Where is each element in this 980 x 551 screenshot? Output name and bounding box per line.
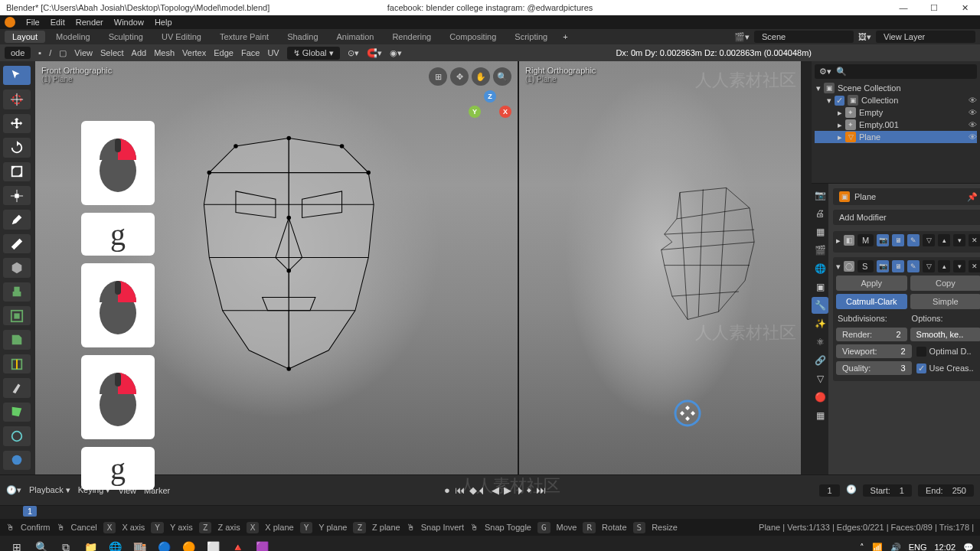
tab-shading[interactable]: Shading xyxy=(279,31,325,43)
viewport-subdiv-field[interactable]: Viewport: 2 xyxy=(836,344,912,358)
app-icon[interactable]: ⬜ xyxy=(202,536,224,551)
add-modifier-dropdown[interactable]: Add Modifier xyxy=(833,210,980,225)
tray-time[interactable]: 12:02 xyxy=(934,543,956,551)
tool-knife[interactable] xyxy=(3,378,31,397)
tab-layout[interactable]: Layout xyxy=(5,31,45,43)
mod-move-up-icon[interactable]: ▴ xyxy=(938,260,950,272)
selectmode-edge-icon[interactable]: / xyxy=(49,48,51,57)
viewlayer-icon[interactable]: 🖼▾ xyxy=(858,32,871,42)
tool-rotate[interactable] xyxy=(3,138,31,157)
scene-icon[interactable]: 🎬▾ xyxy=(734,32,750,42)
scene-name-field[interactable]: Scene xyxy=(754,31,854,43)
vp-zoom-icon[interactable]: 🔍 xyxy=(493,67,511,86)
props-tab-modifier[interactable]: 🔧 xyxy=(812,297,828,314)
disclosure-icon[interactable]: ▾ xyxy=(816,83,821,93)
tool-scale[interactable] xyxy=(3,162,31,181)
outliner-collection-row[interactable]: ▾ ✓ ▣ Collection 👁 xyxy=(815,94,977,106)
hdr-edge[interactable]: Edge xyxy=(214,48,234,57)
props-tab-texture[interactable]: ▦ xyxy=(812,407,828,424)
mod-delete-icon[interactable]: ✕ xyxy=(969,260,980,272)
tray-notifications-icon[interactable]: 💬 xyxy=(963,543,974,552)
filter-icon[interactable]: ⚙▾ xyxy=(819,67,831,77)
props-tab-scene[interactable]: 🎬 xyxy=(812,242,828,259)
visibility-icon[interactable]: 👁 xyxy=(969,120,977,129)
uv-smooth-field[interactable]: Smooth, ke.. xyxy=(910,328,980,341)
mod-show-viewport-icon[interactable]: 🖥 xyxy=(892,260,904,272)
taskview-icon[interactable]: ⧉ xyxy=(55,536,77,551)
props-tab-constraints[interactable]: 🔗 xyxy=(812,352,828,369)
optimal-display-checkbox[interactable] xyxy=(916,347,926,357)
apply-button[interactable]: Apply xyxy=(836,276,907,291)
quality-field[interactable]: Quality: 3 xyxy=(836,361,912,375)
tool-loopcut[interactable] xyxy=(3,354,31,373)
tool-bevel[interactable] xyxy=(3,330,31,349)
outliner-search[interactable]: ⚙▾ 🔍 xyxy=(815,64,977,79)
pin-icon[interactable]: 📌 xyxy=(967,192,978,202)
tool-select-box[interactable] xyxy=(3,66,31,85)
tab-uvediting[interactable]: UV Editing xyxy=(154,31,209,43)
vp-gizmo-icon[interactable]: ✥ xyxy=(450,67,469,86)
properties-breadcrumb[interactable]: ▣ Plane 📌 xyxy=(833,188,980,205)
tool-polybuild[interactable] xyxy=(3,403,31,422)
outliner-empty001-row[interactable]: ▸ ✦ Empty.001 👁 xyxy=(815,119,977,131)
outliner-empty-row[interactable]: ▸ ✦ Empty 👁 xyxy=(815,106,977,119)
mode-dropdown[interactable]: ode xyxy=(5,47,31,59)
mod-move-down-icon[interactable]: ▾ xyxy=(953,260,965,272)
snap-toggle-icon[interactable]: 🧲▾ xyxy=(367,48,382,58)
axis-z[interactable]: Z xyxy=(484,90,496,103)
tool-spin[interactable] xyxy=(3,426,31,445)
menu-edit[interactable]: Edit xyxy=(51,18,65,27)
tool-add-cube[interactable] xyxy=(3,258,31,277)
hdr-add[interactable]: Add xyxy=(132,48,147,57)
props-tab-physics[interactable]: ⚛ xyxy=(812,334,828,350)
visibility-icon[interactable]: 👁 xyxy=(969,132,977,142)
tab-texturepaint[interactable]: Texture Paint xyxy=(212,31,276,43)
keyframe-next-icon[interactable]: ⏵◆ xyxy=(516,484,531,496)
search-icon[interactable]: 🔍 xyxy=(31,536,52,551)
outliner-scene-row[interactable]: ▾ ▣ Scene Collection xyxy=(815,82,977,94)
props-tab-data[interactable]: ▽ xyxy=(812,370,828,387)
vp-grid-icon[interactable]: ⊞ xyxy=(429,67,447,86)
visibility-icon[interactable]: 👁 xyxy=(969,96,977,105)
mod-show-edit-icon[interactable]: ✎ xyxy=(907,260,920,272)
start-frame-field[interactable]: Start:1 xyxy=(863,484,912,497)
minimize-button[interactable]: — xyxy=(888,3,919,13)
axis-x[interactable]: X xyxy=(499,106,511,118)
keyframe-prev-icon[interactable]: ◆⏴ xyxy=(469,484,487,496)
tab-sculpting[interactable]: Sculpting xyxy=(101,31,151,43)
axis-y[interactable]: Y xyxy=(469,106,481,118)
mod-show-render-icon[interactable]: 📷 xyxy=(877,260,889,272)
play-reverse-icon[interactable]: ◀ xyxy=(492,484,499,496)
close-button[interactable]: ✕ xyxy=(949,3,980,13)
mod-show-viewport-icon[interactable]: 🖥 xyxy=(892,234,904,246)
props-tab-particles[interactable]: ✨ xyxy=(812,315,828,332)
mod-show-cage-icon[interactable]: ▽ xyxy=(923,234,935,246)
start-button[interactable]: ⊞ xyxy=(6,536,28,551)
copy-button[interactable]: Copy xyxy=(910,276,980,291)
props-tab-render[interactable]: 📷 xyxy=(812,187,828,204)
hdr-vertex[interactable]: Vertex xyxy=(182,48,206,57)
tray-up-icon[interactable]: ˄ xyxy=(860,543,864,552)
render-subdiv-field[interactable]: Render: 2 xyxy=(836,328,907,341)
mod-move-up-icon[interactable]: ▴ xyxy=(938,234,950,246)
modifier-name-field[interactable]: M xyxy=(858,234,874,246)
tab-compositing[interactable]: Compositing xyxy=(442,31,504,43)
selectmode-face-icon[interactable]: ▢ xyxy=(59,48,67,58)
edge-icon[interactable]: 🌐 xyxy=(104,536,126,551)
viewlayer-field[interactable]: View Layer xyxy=(876,31,975,43)
collection-checkbox[interactable]: ✓ xyxy=(835,96,844,106)
mod-move-down-icon[interactable]: ▾ xyxy=(953,234,965,246)
store-icon[interactable]: 🏬 xyxy=(129,536,150,551)
catmull-clark-button[interactable]: Catmull-Clark xyxy=(836,294,907,309)
timeline-editor-icon[interactable]: 🕐▾ xyxy=(6,485,21,495)
tool-extrude[interactable] xyxy=(3,282,31,302)
modifier-name-field[interactable]: S xyxy=(858,260,874,272)
vp-pan-icon[interactable]: ✋ xyxy=(472,67,490,86)
play-icon[interactable]: ▶ xyxy=(504,484,511,496)
tray-wifi-icon[interactable]: 📶 xyxy=(872,543,883,552)
disclosure-icon[interactable]: ▸ xyxy=(838,108,842,118)
orientation-dropdown[interactable]: ↯ Global ▾ xyxy=(287,47,340,60)
jump-start-icon[interactable]: ⏮ xyxy=(455,484,465,496)
modifier-expand-icon[interactable]: ▸ xyxy=(836,236,841,246)
explorer-icon[interactable]: 📁 xyxy=(80,536,101,551)
